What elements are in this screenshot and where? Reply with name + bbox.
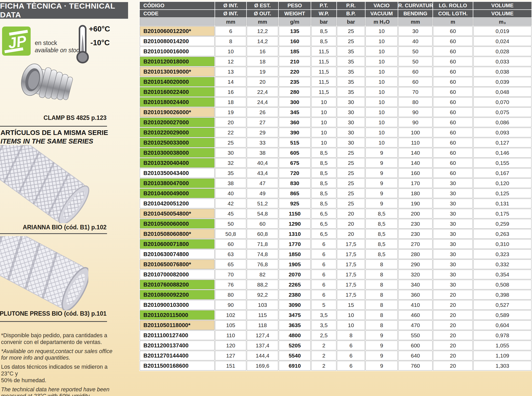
divider <box>0 321 107 322</box>
value-cell: 0,978 <box>473 330 531 340</box>
value-cell: 0,048 <box>473 87 531 97</box>
table-row: B2010500060000506012906,5208,5230300,259 <box>140 219 531 229</box>
value-cell: 18 <box>247 57 278 66</box>
value-cell: 22 <box>215 128 246 137</box>
value-cell: 10 <box>365 107 398 117</box>
value-cell: 8 <box>365 280 398 289</box>
thermometer-icon <box>76 24 89 65</box>
value-cell: 0,033 <box>473 57 531 66</box>
value-cell: 17,5 <box>337 259 365 269</box>
value-cell: 65 <box>215 259 246 269</box>
value-cell: 5540 <box>279 351 311 360</box>
column-subheader-6: VACUUM <box>365 10 398 17</box>
value-cell: 17,5 <box>337 239 365 249</box>
value-cell: 6910 <box>279 361 311 371</box>
value-cell: 30 <box>433 199 473 208</box>
value-cell: 235 <box>279 77 311 87</box>
value-cell: 190 <box>398 199 433 208</box>
value-cell: 600 <box>398 341 433 350</box>
code-cell: B2010420051200 <box>140 199 215 208</box>
column-subheader-3: WEIGHT <box>279 10 311 17</box>
code-cell: B2010060012200* <box>140 26 215 36</box>
value-cell: 20 <box>433 290 473 300</box>
code-cell: B2010320040400 <box>140 158 215 168</box>
value-cell: 0,131 <box>473 199 531 208</box>
value-cell: 151 <box>215 361 246 371</box>
value-cell: 50 <box>398 57 433 66</box>
value-cell: 27 <box>247 118 278 127</box>
value-cell: 10 <box>215 47 246 56</box>
value-cell: 0,527 <box>473 300 531 310</box>
value-cell: 30 <box>433 259 473 269</box>
footnote-1: *Disponible bajo pedido, para cantidades… <box>1 332 113 346</box>
value-cell: 410 <box>398 300 433 310</box>
value-cell: 230 <box>398 229 433 239</box>
code-cell: B2010300038000 <box>140 148 215 158</box>
value-cell: 9 <box>365 168 398 178</box>
value-cell: 10 <box>311 128 336 137</box>
value-cell: 30 <box>337 107 365 117</box>
value-cell: 120 <box>215 341 246 350</box>
value-cell: 60 <box>433 158 473 168</box>
table-row: B20107600882007688,22265617,58340300,508 <box>140 280 531 289</box>
column-unit-6: m H₂O <box>365 18 398 26</box>
value-cell: 20 <box>337 229 365 239</box>
value-cell: 25 <box>215 138 246 147</box>
value-cell: 115 <box>247 310 278 320</box>
value-cell: 11,5 <box>311 47 336 56</box>
value-cell: 6 <box>337 341 365 350</box>
table-row: B201038004700038478308,5259170300,120 <box>140 178 531 188</box>
value-cell: 6 <box>215 26 246 36</box>
value-cell: 90 <box>398 118 433 127</box>
code-cell: B2010100016000 <box>140 47 215 56</box>
value-cell: 8,5 <box>311 199 336 208</box>
value-cell: 210 <box>279 57 311 66</box>
value-cell: 30 <box>433 239 473 249</box>
value-cell: 605 <box>279 148 311 158</box>
hose1-caption: ARIANNA BIO (cód. B1) p.102 <box>23 224 107 231</box>
column-header-5: P.R. <box>337 2 365 9</box>
table-row: B2011050118000*10511836353,5108470200,60… <box>140 320 531 330</box>
value-cell: 270 <box>398 239 433 249</box>
code-cell: B2010760088200 <box>140 280 215 289</box>
value-cell: 19 <box>215 107 246 117</box>
value-cell: 82 <box>247 270 278 279</box>
value-cell: 3635 <box>279 320 311 330</box>
code-cell: B2010630074800 <box>140 249 215 259</box>
value-cell: 925 <box>279 199 311 208</box>
technical-data-sheet: FICHA TÈCNICA · TECHNICAL DATA JP en sto… <box>0 0 532 396</box>
value-cell: 280 <box>398 249 433 259</box>
column-unit-5: bar <box>337 18 365 26</box>
value-cell: 8,5 <box>311 36 336 46</box>
value-cell: 35 <box>215 168 246 178</box>
value-cell: 1850 <box>279 249 311 259</box>
value-cell: 8 <box>215 36 246 46</box>
value-cell: 550 <box>398 330 433 340</box>
value-cell: 30 <box>215 148 246 158</box>
value-cell: 10 <box>311 118 336 127</box>
value-cell: 1150 <box>279 209 311 218</box>
value-cell: 30 <box>433 219 473 229</box>
value-cell: 10 <box>365 77 398 87</box>
value-cell: 11,5 <box>311 77 336 87</box>
value-cell: 9 <box>365 158 398 168</box>
code-cell: B2010130019000* <box>140 67 215 76</box>
value-cell: 19 <box>247 67 278 76</box>
value-cell: 8,5 <box>311 26 336 36</box>
code-cell: B2011500168600 <box>140 361 215 371</box>
value-cell: 280 <box>279 87 311 97</box>
value-cell: 360 <box>398 290 433 300</box>
value-cell: 3,5 <box>311 320 336 330</box>
value-cell: 10 <box>365 118 398 127</box>
table-row: B20106000718006071,81770617,58,5270300,3… <box>140 239 531 249</box>
table-row: B20101600224001622,428011,5351070600,048 <box>140 87 531 97</box>
value-cell: 26 <box>247 107 278 117</box>
series-title-es: ARTÍCULOS DE LA MISMA SERIE <box>1 129 108 137</box>
value-cell: 20 <box>433 320 473 330</box>
code-cell: B2010220029000 <box>140 128 215 137</box>
value-cell: 0,125 <box>473 189 531 198</box>
value-cell: 185 <box>279 47 311 56</box>
value-cell: 13 <box>215 67 246 76</box>
value-cell: 1905 <box>279 259 311 269</box>
table-row: B20102500330002533515103010110600,127 <box>140 138 531 147</box>
